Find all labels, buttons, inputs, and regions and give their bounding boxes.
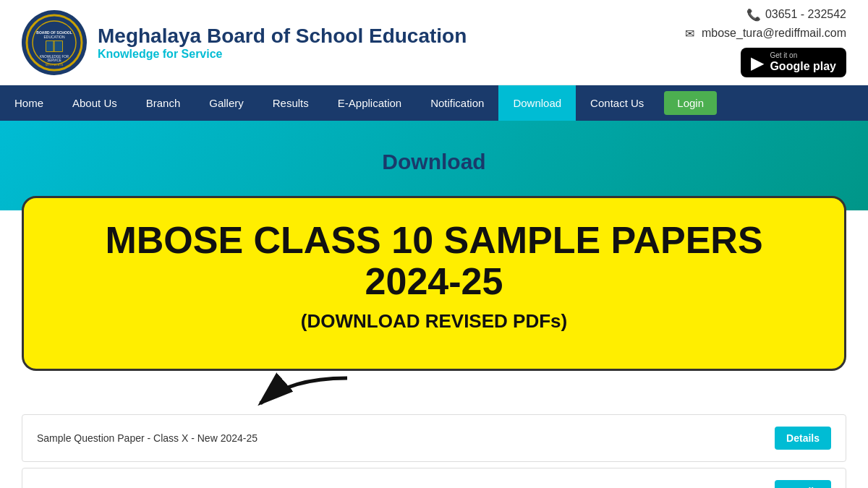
site-title: Meghalaya Board of School Education — [98, 25, 467, 48]
page-title: Download — [14, 150, 854, 174]
svg-text:EDUCATION: EDUCATION — [43, 35, 64, 39]
google-play-label: Google play — [770, 59, 836, 73]
arrow-container — [0, 371, 868, 414]
announcement-box: MBOSE CLASS 10 SAMPLE PAPERS 2024-25 (DO… — [22, 196, 846, 370]
site-tagline: Knowledge for Service — [98, 48, 467, 61]
brand-text: Meghalaya Board of School Education Know… — [98, 25, 467, 61]
phone-icon: 📞 — [746, 7, 761, 22]
header-brand: BOARD OF SCHOOL EDUCATION KNOWLEDGE FOR … — [22, 10, 467, 75]
email-icon: ✉ — [683, 26, 697, 40]
email-address: mbose_tura@rediffmail.com — [702, 27, 846, 40]
details-button-1[interactable]: Details — [775, 427, 831, 450]
details-button-2[interactable]: Details — [775, 480, 831, 488]
nav-e-application[interactable]: E-Application — [323, 85, 416, 121]
nav-notification[interactable]: Notification — [416, 85, 498, 121]
email-contact: ✉ mbose_tura@rediffmail.com — [683, 26, 846, 40]
header-contact: 📞 03651 - 232542 ✉ mbose_tura@rediffmail… — [683, 7, 846, 77]
nav-contact-us[interactable]: Contact Us — [576, 85, 658, 121]
get-it-on-label: Get it on — [770, 52, 836, 59]
play-store-text: Get it on Google play — [770, 52, 836, 73]
announcement-subtext: (DOWNLOAD REVISED PDFs) — [53, 310, 815, 333]
nav-about-us[interactable]: About Us — [58, 85, 132, 121]
nav-branch[interactable]: Branch — [132, 85, 195, 121]
nav-gallery[interactable]: Gallery — [195, 85, 258, 121]
svg-text:MEGHALAYA: MEGHALAYA — [46, 63, 64, 67]
svg-rect-6 — [55, 41, 63, 51]
svg-text:SERVICE: SERVICE — [47, 59, 61, 62]
arrow-svg — [203, 371, 362, 414]
main-navigation: Home About Us Branch Gallery Results E-A… — [0, 85, 868, 121]
nav-results[interactable]: Results — [258, 85, 323, 121]
google-play-button[interactable]: ▶ Get it on Google play — [741, 48, 846, 77]
table-section: Sample Question Paper - Class X - New 20… — [0, 414, 868, 488]
table-row: Sample Question Paper - Class X - New 20… — [22, 414, 846, 462]
svg-rect-5 — [46, 41, 54, 51]
phone-number: 03651 - 232542 — [765, 8, 846, 21]
announcement-heading: MBOSE CLASS 10 SAMPLE PAPERS 2024-25 — [53, 220, 815, 302]
nav-login[interactable]: Login — [664, 91, 717, 115]
row-label-1: Sample Question Paper - Class X - New 20… — [37, 432, 258, 444]
nav-download[interactable]: Download — [498, 85, 576, 121]
phone-contact: 📞 03651 - 232542 — [746, 7, 846, 22]
logo: BOARD OF SCHOOL EDUCATION KNOWLEDGE FOR … — [22, 10, 87, 75]
play-store-icon: ▶ — [751, 53, 764, 73]
nav-home[interactable]: Home — [0, 85, 58, 121]
table-row-2: Details — [22, 468, 846, 488]
site-header: BOARD OF SCHOOL EDUCATION KNOWLEDGE FOR … — [0, 0, 868, 85]
